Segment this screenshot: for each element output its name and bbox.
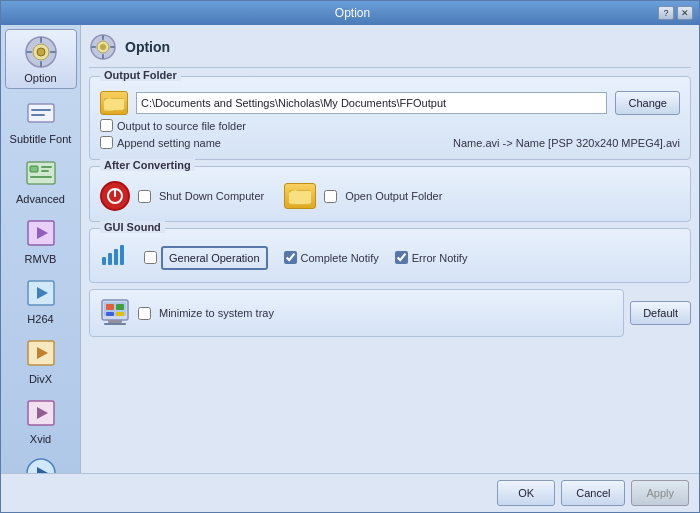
advanced-icon (23, 155, 59, 191)
main-panel: Option Output Folder Change (81, 25, 699, 473)
help-button[interactable]: ? (658, 6, 674, 20)
sidebar-item-divx[interactable]: DivX (5, 331, 77, 389)
tray-row: Minimize to system tray (100, 298, 613, 328)
subtitle-icon (23, 95, 59, 131)
sound-row: General Operation Complete Notify Error … (100, 243, 680, 272)
open-folder-icon (284, 183, 316, 209)
title-bar: Option ? ✕ (1, 1, 699, 25)
tray-icon (100, 298, 130, 328)
sidebar-item-h264[interactable]: H264 (5, 271, 77, 329)
svg-rect-8 (31, 109, 51, 111)
svg-rect-30 (91, 46, 96, 48)
ok-button[interactable]: OK (497, 480, 555, 506)
open-folder-checkbox[interactable] (324, 190, 337, 203)
gui-sound-section: GUI Sound General Operation (89, 228, 691, 283)
panel-title: Option (125, 39, 170, 55)
svg-rect-12 (41, 166, 52, 168)
general-op-item: General Operation (144, 246, 268, 270)
shutdown-icon (100, 181, 130, 211)
output-folder-title: Output Folder (100, 69, 181, 81)
svg-rect-7 (28, 104, 54, 122)
default-btn-container: Default (630, 289, 691, 337)
sidebar-item-xvid[interactable]: Xvid (5, 391, 77, 449)
after-converting-section: After Converting Shut Down Computer (89, 166, 691, 222)
svg-rect-28 (102, 35, 104, 40)
tray-section: Minimize to system tray (89, 289, 624, 337)
minimize-tray-label: Minimize to system tray (159, 307, 274, 319)
main-window: Option ? ✕ Opt (0, 0, 700, 513)
svg-rect-14 (30, 176, 52, 178)
sidebar-item-subtitle[interactable]: Subtitle Font (5, 91, 77, 149)
svg-rect-13 (41, 170, 49, 172)
window-title: Option (47, 6, 658, 20)
sidebar: Option Subtitle Font (1, 25, 81, 473)
svg-rect-6 (50, 51, 56, 53)
svg-rect-11 (30, 166, 38, 172)
folder-icon (100, 91, 128, 115)
gui-sound-title: GUI Sound (100, 221, 165, 233)
option-icon (23, 34, 59, 70)
name-preview: Name.avi -> Name [PSP 320x240 MPEG4].avi (453, 137, 680, 149)
open-folder-item: Open Output Folder (284, 183, 442, 209)
shutdown-item: Shut Down Computer (100, 181, 264, 211)
svg-rect-10 (27, 162, 55, 184)
after-converting-title: After Converting (100, 159, 195, 171)
svg-rect-49 (104, 323, 126, 325)
svg-rect-46 (106, 312, 114, 316)
svg-point-2 (37, 48, 45, 56)
svg-rect-40 (114, 249, 118, 265)
svg-rect-9 (31, 114, 45, 116)
svg-rect-36 (114, 189, 116, 197)
source-folder-row: Output to source file folder (100, 119, 680, 132)
shutdown-checkbox[interactable] (138, 190, 151, 203)
sidebar-label-subtitle: Subtitle Font (10, 133, 72, 145)
svg-rect-45 (116, 304, 124, 310)
sidebar-item-wmv2[interactable]: WMV2 (5, 451, 77, 473)
bottom-bar: OK Cancel Apply (1, 473, 699, 512)
divx-icon (23, 335, 59, 371)
complete-notify-checkbox[interactable] (284, 251, 297, 264)
svg-rect-48 (108, 320, 122, 323)
source-folder-checkbox[interactable] (100, 119, 113, 132)
after-converting-row: Shut Down Computer Open Output Folder (100, 181, 680, 211)
apply-button[interactable]: Apply (631, 480, 689, 506)
general-op-button[interactable]: General Operation (161, 246, 268, 270)
error-notify-label: Error Notify (412, 252, 468, 264)
error-notify-item: Error Notify (395, 251, 468, 264)
svg-rect-31 (110, 46, 115, 48)
append-name-checkbox[interactable] (100, 136, 113, 149)
svg-rect-29 (102, 54, 104, 59)
sidebar-item-option[interactable]: Option (5, 29, 77, 89)
sidebar-label-h264: H264 (27, 313, 53, 325)
svg-rect-4 (40, 61, 42, 67)
default-button[interactable]: Default (630, 301, 691, 325)
sidebar-item-advanced[interactable]: Advanced (5, 151, 77, 209)
rmvb-icon (23, 215, 59, 251)
complete-notify-item: Complete Notify (284, 251, 379, 264)
sidebar-label-divx: DivX (29, 373, 52, 385)
svg-rect-38 (102, 257, 106, 265)
sidebar-label-xvid: Xvid (30, 433, 51, 445)
sidebar-label-option: Option (24, 72, 56, 84)
close-button[interactable]: ✕ (677, 6, 693, 20)
append-name-label: Append setting name (117, 137, 221, 149)
content-area: Option Subtitle Font (1, 25, 699, 473)
svg-rect-47 (116, 312, 124, 316)
minimize-tray-checkbox[interactable] (138, 307, 151, 320)
source-folder-label: Output to source file folder (117, 120, 246, 132)
shutdown-label: Shut Down Computer (159, 190, 264, 202)
sidebar-item-rmvb[interactable]: RMVB (5, 211, 77, 269)
panel-header-icon (89, 33, 117, 61)
general-op-checkbox[interactable] (144, 251, 157, 264)
h264-icon (23, 275, 59, 311)
svg-rect-3 (40, 37, 42, 43)
change-button[interactable]: Change (615, 91, 680, 115)
output-folder-section: Output Folder Change Ou (89, 76, 691, 160)
svg-rect-39 (108, 253, 112, 265)
output-path-input[interactable] (136, 92, 607, 114)
cancel-button[interactable]: Cancel (561, 480, 625, 506)
complete-notify-label: Complete Notify (301, 252, 379, 264)
error-notify-checkbox[interactable] (395, 251, 408, 264)
svg-rect-41 (120, 245, 124, 265)
xvid-icon (23, 395, 59, 431)
